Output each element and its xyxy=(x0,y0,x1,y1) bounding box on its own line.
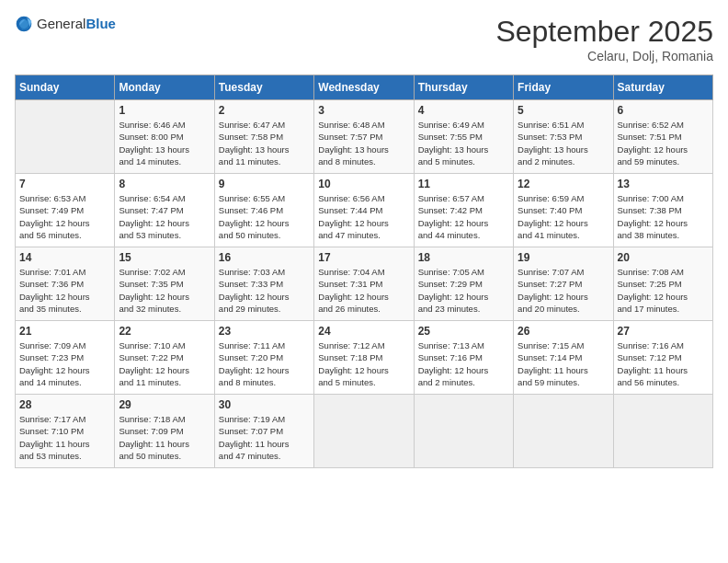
cell-info: Sunrise: 7:16 AM Sunset: 7:12 PM Dayligh… xyxy=(618,339,709,388)
cell-info: Sunrise: 7:04 AM Sunset: 7:31 PM Dayligh… xyxy=(318,266,409,315)
cell-info: Sunrise: 6:55 AM Sunset: 7:46 PM Dayligh… xyxy=(219,192,310,241)
location: Celaru, Dolj, Romania xyxy=(495,49,713,63)
calendar-cell: 8Sunrise: 6:54 AM Sunset: 7:47 PM Daylig… xyxy=(115,174,214,247)
week-row-3: 14Sunrise: 7:01 AM Sunset: 7:36 PM Dayli… xyxy=(16,247,713,321)
cell-info: Sunrise: 7:19 AM Sunset: 7:07 PM Dayligh… xyxy=(219,413,310,462)
day-header-tuesday: Tuesday xyxy=(214,75,313,100)
day-number: 20 xyxy=(618,251,709,264)
cell-info: Sunrise: 7:11 AM Sunset: 7:20 PM Dayligh… xyxy=(219,339,310,388)
calendar-cell: 21Sunrise: 7:09 AM Sunset: 7:23 PM Dayli… xyxy=(16,321,115,395)
day-number: 4 xyxy=(418,104,509,117)
calendar-cell: 19Sunrise: 7:07 AM Sunset: 7:27 PM Dayli… xyxy=(514,247,613,321)
cell-info: Sunrise: 7:10 AM Sunset: 7:22 PM Dayligh… xyxy=(119,339,210,388)
day-number: 11 xyxy=(418,178,509,190)
week-row-5: 28Sunrise: 7:17 AM Sunset: 7:10 PM Dayli… xyxy=(16,395,713,468)
calendar-cell: 13Sunrise: 7:00 AM Sunset: 7:38 PM Dayli… xyxy=(613,174,712,247)
day-header-thursday: Thursday xyxy=(414,75,513,100)
calendar-cell: 27Sunrise: 7:16 AM Sunset: 7:12 PM Dayli… xyxy=(613,321,712,395)
calendar-cell: 29Sunrise: 7:18 AM Sunset: 7:09 PM Dayli… xyxy=(115,395,214,468)
day-number: 25 xyxy=(418,325,509,338)
cell-info: Sunrise: 6:48 AM Sunset: 7:57 PM Dayligh… xyxy=(318,119,409,167)
cell-info: Sunrise: 6:49 AM Sunset: 7:55 PM Dayligh… xyxy=(418,119,509,167)
month-title: September 2025 xyxy=(495,15,713,49)
day-header-monday: Monday xyxy=(115,75,214,100)
cell-info: Sunrise: 7:05 AM Sunset: 7:29 PM Dayligh… xyxy=(418,266,509,315)
calendar-cell: 18Sunrise: 7:05 AM Sunset: 7:29 PM Dayli… xyxy=(414,247,513,321)
day-number: 15 xyxy=(119,251,210,264)
calendar-cell: 5Sunrise: 6:51 AM Sunset: 7:53 PM Daylig… xyxy=(514,100,613,174)
day-header-saturday: Saturday xyxy=(613,75,712,100)
cell-info: Sunrise: 7:02 AM Sunset: 7:35 PM Dayligh… xyxy=(119,266,210,315)
calendar-cell xyxy=(314,395,414,468)
day-number: 28 xyxy=(19,398,110,411)
day-number: 19 xyxy=(518,251,609,264)
calendar-cell: 25Sunrise: 7:13 AM Sunset: 7:16 PM Dayli… xyxy=(414,321,513,395)
cell-info: Sunrise: 6:53 AM Sunset: 7:49 PM Dayligh… xyxy=(19,192,110,241)
cell-info: Sunrise: 7:03 AM Sunset: 7:33 PM Dayligh… xyxy=(219,266,310,315)
calendar-cell: 16Sunrise: 7:03 AM Sunset: 7:33 PM Dayli… xyxy=(214,247,313,321)
day-number: 7 xyxy=(19,178,110,190)
day-number: 9 xyxy=(219,178,310,190)
calendar-cell: 9Sunrise: 6:55 AM Sunset: 7:46 PM Daylig… xyxy=(214,174,313,247)
cell-info: Sunrise: 7:18 AM Sunset: 7:09 PM Dayligh… xyxy=(119,413,210,462)
calendar-cell: 17Sunrise: 7:04 AM Sunset: 7:31 PM Dayli… xyxy=(314,247,414,321)
calendar-cell: 15Sunrise: 7:02 AM Sunset: 7:35 PM Dayli… xyxy=(115,247,214,321)
day-number: 23 xyxy=(219,325,310,338)
cell-info: Sunrise: 7:08 AM Sunset: 7:25 PM Dayligh… xyxy=(618,266,709,315)
cell-info: Sunrise: 7:17 AM Sunset: 7:10 PM Dayligh… xyxy=(19,413,110,462)
day-header-sunday: Sunday xyxy=(16,75,115,100)
cell-info: Sunrise: 6:59 AM Sunset: 7:40 PM Dayligh… xyxy=(518,192,609,241)
day-number: 29 xyxy=(119,398,210,411)
cell-info: Sunrise: 7:01 AM Sunset: 7:36 PM Dayligh… xyxy=(19,266,110,315)
logo-text: GeneralBlue xyxy=(37,16,116,32)
day-number: 27 xyxy=(618,325,709,338)
day-number: 8 xyxy=(119,178,210,190)
day-number: 17 xyxy=(318,251,409,264)
page-header: GeneralBlue September 2025 Celaru, Dolj,… xyxy=(15,15,713,63)
calendar-cell: 10Sunrise: 6:56 AM Sunset: 7:44 PM Dayli… xyxy=(314,174,414,247)
cell-info: Sunrise: 6:47 AM Sunset: 7:58 PM Dayligh… xyxy=(219,119,310,167)
cell-info: Sunrise: 6:52 AM Sunset: 7:51 PM Dayligh… xyxy=(618,119,709,167)
cell-info: Sunrise: 6:51 AM Sunset: 7:53 PM Dayligh… xyxy=(518,119,609,167)
cell-info: Sunrise: 6:46 AM Sunset: 8:00 PM Dayligh… xyxy=(119,119,210,167)
logo-blue: Blue xyxy=(85,16,116,31)
day-number: 24 xyxy=(318,325,409,338)
day-number: 10 xyxy=(318,178,409,190)
calendar-cell: 30Sunrise: 7:19 AM Sunset: 7:07 PM Dayli… xyxy=(214,395,313,468)
cell-info: Sunrise: 6:54 AM Sunset: 7:47 PM Dayligh… xyxy=(119,192,210,241)
cell-info: Sunrise: 7:07 AM Sunset: 7:27 PM Dayligh… xyxy=(518,266,609,315)
day-header-friday: Friday xyxy=(514,75,613,100)
calendar-cell: 24Sunrise: 7:12 AM Sunset: 7:18 PM Dayli… xyxy=(314,321,414,395)
logo-icon xyxy=(15,15,33,33)
calendar-cell xyxy=(514,395,613,468)
calendar-cell: 11Sunrise: 6:57 AM Sunset: 7:42 PM Dayli… xyxy=(414,174,513,247)
calendar-cell: 28Sunrise: 7:17 AM Sunset: 7:10 PM Dayli… xyxy=(16,395,115,468)
day-number: 3 xyxy=(318,104,409,117)
day-header-wednesday: Wednesday xyxy=(314,75,414,100)
header-row: SundayMondayTuesdayWednesdayThursdayFrid… xyxy=(16,75,713,100)
calendar-cell: 23Sunrise: 7:11 AM Sunset: 7:20 PM Dayli… xyxy=(214,321,313,395)
calendar-cell: 1Sunrise: 6:46 AM Sunset: 8:00 PM Daylig… xyxy=(115,100,214,174)
logo-general: General xyxy=(37,16,85,31)
week-row-1: 1Sunrise: 6:46 AM Sunset: 8:00 PM Daylig… xyxy=(16,100,713,174)
calendar-cell: 2Sunrise: 6:47 AM Sunset: 7:58 PM Daylig… xyxy=(214,100,313,174)
calendar-cell: 4Sunrise: 6:49 AM Sunset: 7:55 PM Daylig… xyxy=(414,100,513,174)
calendar-cell xyxy=(16,100,115,174)
cell-info: Sunrise: 6:57 AM Sunset: 7:42 PM Dayligh… xyxy=(418,192,509,241)
cell-info: Sunrise: 7:13 AM Sunset: 7:16 PM Dayligh… xyxy=(418,339,509,388)
day-number: 5 xyxy=(518,104,609,117)
week-row-2: 7Sunrise: 6:53 AM Sunset: 7:49 PM Daylig… xyxy=(16,174,713,247)
day-number: 21 xyxy=(19,325,110,338)
calendar-cell: 3Sunrise: 6:48 AM Sunset: 7:57 PM Daylig… xyxy=(314,100,414,174)
cell-info: Sunrise: 7:00 AM Sunset: 7:38 PM Dayligh… xyxy=(618,192,709,241)
calendar-cell: 7Sunrise: 6:53 AM Sunset: 7:49 PM Daylig… xyxy=(16,174,115,247)
day-number: 26 xyxy=(518,325,609,338)
day-number: 13 xyxy=(618,178,709,190)
calendar-cell: 22Sunrise: 7:10 AM Sunset: 7:22 PM Dayli… xyxy=(115,321,214,395)
cell-info: Sunrise: 6:56 AM Sunset: 7:44 PM Dayligh… xyxy=(318,192,409,241)
day-number: 22 xyxy=(119,325,210,338)
day-number: 18 xyxy=(418,251,509,264)
calendar-cell xyxy=(613,395,712,468)
calendar-cell: 6Sunrise: 6:52 AM Sunset: 7:51 PM Daylig… xyxy=(613,100,712,174)
calendar-cell xyxy=(414,395,513,468)
